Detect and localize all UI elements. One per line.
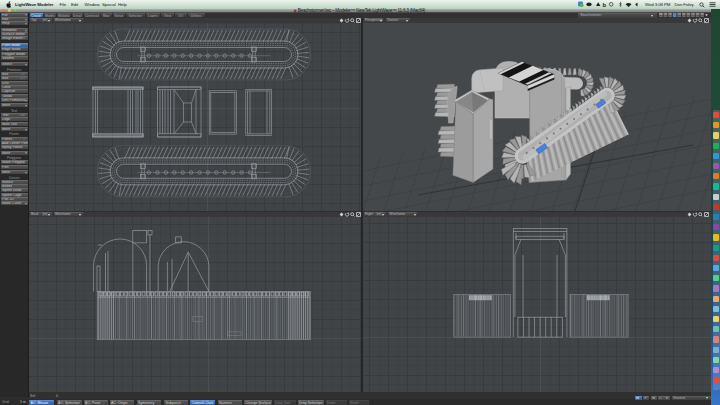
svg-text:b: b <box>603 2 607 8</box>
